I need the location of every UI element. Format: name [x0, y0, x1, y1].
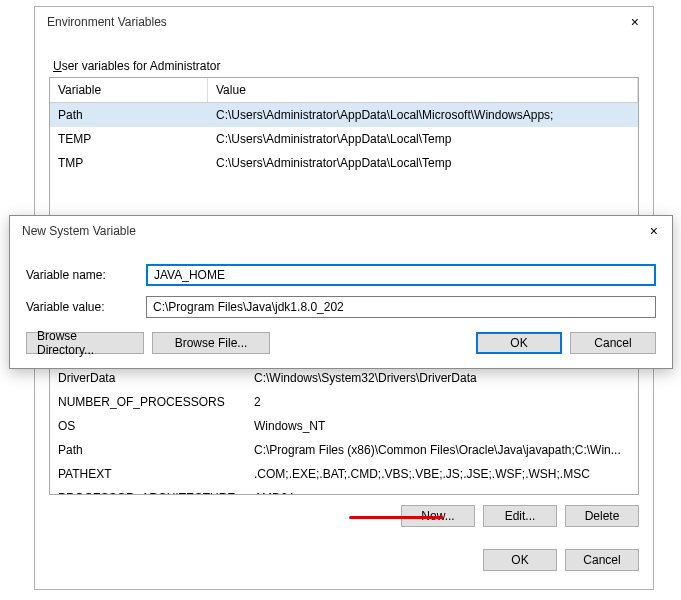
close-icon[interactable]: ×	[625, 12, 645, 32]
cell-value: 2	[246, 392, 638, 412]
footer-buttons: OK Cancel	[49, 549, 639, 571]
sys-vars-buttons: New... Edit... Delete	[49, 505, 639, 527]
cell-variable: PATHEXT	[50, 464, 246, 484]
sys-vars-table[interactable]: DriverData C:\Windows\System32\Drivers\D…	[49, 367, 639, 495]
variable-value-input[interactable]	[146, 296, 656, 318]
table-row[interactable]: DriverData C:\Windows\System32\Drivers\D…	[50, 367, 638, 390]
user-vars-header: Variable Value	[50, 78, 638, 103]
cell-value: C:\Users\Administrator\AppData\Local\Mic…	[208, 105, 638, 125]
table-row[interactable]: TMP C:\Users\Administrator\AppData\Local…	[50, 151, 638, 175]
col-variable[interactable]: Variable	[50, 78, 208, 102]
cancel-button[interactable]: Cancel	[570, 332, 656, 354]
variable-value-row: Variable value:	[26, 296, 656, 318]
table-row[interactable]: Path C:\Users\Administrator\AppData\Loca…	[50, 103, 638, 127]
variable-name-label: Variable name:	[26, 268, 146, 282]
cell-value: .COM;.EXE;.BAT;.CMD;.VBS;.VBE;.JS;.JSE;.…	[246, 464, 638, 484]
variable-name-input[interactable]	[146, 264, 656, 286]
user-vars-label: User variables for Administrator	[53, 59, 639, 73]
table-row[interactable]: TEMP C:\Users\Administrator\AppData\Loca…	[50, 127, 638, 151]
browse-file-button[interactable]: Browse File...	[152, 332, 270, 354]
delete-button[interactable]: Delete	[565, 505, 639, 527]
env-window-title: Environment Variables	[47, 15, 625, 29]
browse-directory-button[interactable]: Browse Directory...	[26, 332, 144, 354]
annotation-underline	[349, 516, 443, 519]
cell-value: AMD64	[246, 488, 638, 495]
cancel-button[interactable]: Cancel	[565, 549, 639, 571]
cell-variable: TMP	[50, 153, 208, 173]
table-row[interactable]: PROCESSOR_ARCHITECTURE AMD64	[50, 486, 638, 495]
table-row[interactable]: PATHEXT .COM;.EXE;.BAT;.CMD;.VBS;.VBE;.J…	[50, 462, 638, 486]
cell-variable: Path	[50, 440, 246, 460]
new-system-variable-dialog: New System Variable × Variable name: Var…	[9, 215, 673, 369]
ok-button[interactable]: OK	[476, 332, 562, 354]
table-row[interactable]: Path C:\Program Files (x86)\Common Files…	[50, 438, 638, 462]
sys-vars-body: DriverData C:\Windows\System32\Drivers\D…	[50, 367, 638, 495]
edit-button[interactable]: Edit...	[483, 505, 557, 527]
cell-value: C:\Program Files (x86)\Common Files\Orac…	[246, 440, 638, 460]
table-row[interactable]: NUMBER_OF_PROCESSORS 2	[50, 390, 638, 414]
user-vars-table[interactable]: Variable Value Path C:\Users\Administrat…	[49, 77, 639, 227]
user-vars-body: Path C:\Users\Administrator\AppData\Loca…	[50, 103, 638, 175]
cell-value: C:\Windows\System32\Drivers\DriverData	[246, 368, 638, 388]
cell-variable: NUMBER_OF_PROCESSORS	[50, 392, 246, 412]
variable-name-row: Variable name:	[26, 264, 656, 286]
dialog-title-bar: New System Variable ×	[10, 216, 672, 246]
cell-value: C:\Users\Administrator\AppData\Local\Tem…	[208, 129, 638, 149]
close-icon[interactable]: ×	[644, 221, 664, 241]
dialog-content: Variable name: Variable value: Browse Di…	[10, 246, 672, 368]
cell-value: C:\Users\Administrator\AppData\Local\Tem…	[208, 153, 638, 173]
cell-variable: DriverData	[50, 368, 246, 388]
cell-variable: Path	[50, 105, 208, 125]
cell-value: Windows_NT	[246, 416, 638, 436]
variable-value-label: Variable value:	[26, 300, 146, 314]
ok-button[interactable]: OK	[483, 549, 557, 571]
col-value[interactable]: Value	[208, 78, 638, 102]
cell-variable: PROCESSOR_ARCHITECTURE	[50, 488, 246, 495]
dialog-title: New System Variable	[22, 224, 644, 238]
env-title-bar: Environment Variables ×	[35, 7, 653, 37]
table-row[interactable]: OS Windows_NT	[50, 414, 638, 438]
cell-variable: TEMP	[50, 129, 208, 149]
cell-variable: OS	[50, 416, 246, 436]
dialog-buttons: Browse Directory... Browse File... OK Ca…	[26, 332, 656, 354]
